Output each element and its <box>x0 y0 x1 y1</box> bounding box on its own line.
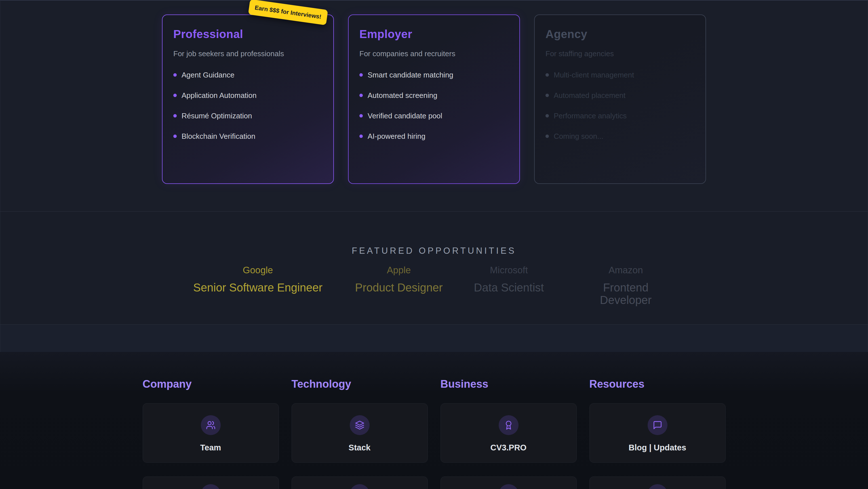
bullet-dot-icon <box>360 114 363 117</box>
footer-card-partial[interactable] <box>589 477 725 489</box>
pricing-section: Earn $$$ for Interviews! Professional Fo… <box>0 0 868 212</box>
plan-feature: Résumé Optimization <box>173 111 322 120</box>
footer-card-partial[interactable] <box>291 477 428 489</box>
plan-feature-label: Automated screening <box>368 91 437 100</box>
plan-feature-label: Performance analytics <box>554 111 627 120</box>
bullet-dot-icon <box>546 135 549 138</box>
bullet-dot-icon <box>173 94 177 97</box>
plan-feature-list: Agent Guidance Application Automation Ré… <box>173 70 322 141</box>
footer-card-label: Team <box>143 443 279 452</box>
footer-column-business: Business CV3.PRO <box>440 378 577 489</box>
plan-title: Employer <box>360 28 508 40</box>
footer-grid: Company Team <box>143 378 725 489</box>
footer-card-cv3pro[interactable]: CV3.PRO <box>440 403 577 463</box>
footer-heading-business: Business <box>440 378 577 390</box>
job-company: Microsoft <box>472 265 546 275</box>
plan-feature: Automated placement <box>546 91 695 100</box>
job-role: Senior Software Engineer <box>187 281 329 294</box>
hidden-icon <box>201 484 221 489</box>
plan-feature: Coming soon... <box>546 132 695 141</box>
footer-card-label: Stack <box>292 443 428 452</box>
featured-job-google[interactable]: Google Senior Software Engineer <box>187 265 329 294</box>
plan-feature-label: Application Automation <box>182 91 257 100</box>
divider-band <box>0 324 868 352</box>
layers-icon <box>350 415 370 435</box>
job-role: Frontend Developer <box>576 281 675 306</box>
bullet-dot-icon <box>173 135 177 138</box>
footer-card-blog[interactable]: Blog | Updates <box>589 403 725 463</box>
bullet-dot-icon <box>360 73 363 77</box>
footer-heading-technology: Technology <box>291 378 428 390</box>
site-footer: Company Team <box>0 352 868 489</box>
plan-feature-label: Agent Guidance <box>182 70 234 80</box>
bullet-dot-icon <box>546 73 549 77</box>
plan-feature: Performance analytics <box>546 111 695 120</box>
bullet-dot-icon <box>360 94 363 97</box>
bullet-dot-icon <box>173 73 177 77</box>
footer-column-resources: Resources Blog | Updates <box>589 378 725 489</box>
hidden-icon <box>499 484 519 489</box>
featured-jobs-carousel: Google Senior Software Engineer Apple Pr… <box>0 212 868 324</box>
plan-description: For staffing agencies <box>546 49 695 58</box>
job-role: Data Scientist <box>472 281 546 294</box>
plan-feature-label: AI-powered hiring <box>368 132 426 141</box>
hidden-icon <box>350 484 370 489</box>
plan-feature: Automated screening <box>360 91 508 100</box>
footer-card-partial[interactable] <box>143 477 279 489</box>
message-square-icon <box>648 415 668 435</box>
featured-opportunities-section: FEATURED OPPORTUNITIES Google Senior Sof… <box>0 212 868 324</box>
users-icon <box>201 415 221 435</box>
featured-job-amazon[interactable]: Amazon Frontend Developer <box>576 265 675 306</box>
plan-feature-label: Smart candidate matching <box>368 70 453 80</box>
plan-title: Agency <box>546 28 695 40</box>
plan-feature: Multi-client management <box>546 70 695 80</box>
job-company: Google <box>187 265 329 275</box>
plan-cards-row: Professional For job seekers and profess… <box>162 1 706 184</box>
plan-feature-label: Verified candidate pool <box>368 111 442 120</box>
plan-feature: AI-powered hiring <box>360 132 508 141</box>
footer-column-company: Company Team <box>143 378 279 489</box>
plan-title: Professional <box>173 28 322 40</box>
footer-card-stack[interactable]: Stack <box>291 403 428 463</box>
footer-column-technology: Technology Stack <box>291 378 428 489</box>
footer-heading-resources: Resources <box>589 378 725 390</box>
footer-card-partial[interactable] <box>440 477 577 489</box>
plan-feature: Agent Guidance <box>173 70 322 80</box>
plan-card-employer[interactable]: Employer For companies and recruiters Sm… <box>348 15 520 184</box>
award-icon <box>499 415 519 435</box>
plan-feature-label: Automated placement <box>554 91 625 100</box>
job-company: Amazon <box>576 265 675 275</box>
plan-feature: Verified candidate pool <box>360 111 508 120</box>
footer-card-label: CV3.PRO <box>441 443 577 452</box>
plan-feature: Smart candidate matching <box>360 70 508 80</box>
footer-card-label: Blog | Updates <box>590 443 725 452</box>
bullet-dot-icon <box>546 94 549 97</box>
plan-card-agency: Agency For staffing agencies Multi-clien… <box>534 15 706 184</box>
upper-sections: Earn $$$ for Interviews! Professional Fo… <box>0 0 868 352</box>
landing-page: Earn $$$ for Interviews! Professional Fo… <box>0 0 868 489</box>
plan-feature-label: Blockchain Verification <box>182 132 255 141</box>
plan-feature-list: Smart candidate matching Automated scree… <box>360 70 508 141</box>
plan-feature-label: Multi-client management <box>554 70 634 80</box>
plan-description: For companies and recruiters <box>360 49 508 58</box>
plan-card-professional[interactable]: Professional For job seekers and profess… <box>162 15 334 184</box>
plan-feature-label: Résumé Optimization <box>182 111 252 120</box>
plan-feature: Application Automation <box>173 91 322 100</box>
footer-heading-company: Company <box>143 378 279 390</box>
featured-job-microsoft[interactable]: Microsoft Data Scientist <box>472 265 546 294</box>
featured-job-apple[interactable]: Apple Product Designer <box>352 265 446 294</box>
plan-feature-label: Coming soon... <box>554 132 603 141</box>
job-role: Product Designer <box>352 281 446 294</box>
plan-feature: Blockchain Verification <box>173 132 322 141</box>
plan-feature-list: Multi-client management Automated placem… <box>546 70 695 141</box>
bullet-dot-icon <box>546 114 549 117</box>
job-company: Apple <box>352 265 446 275</box>
footer-card-team[interactable]: Team <box>143 403 279 463</box>
hidden-icon <box>648 484 668 489</box>
bullet-dot-icon <box>173 114 177 117</box>
bullet-dot-icon <box>360 135 363 138</box>
plan-description: For job seekers and professionals <box>173 49 322 58</box>
